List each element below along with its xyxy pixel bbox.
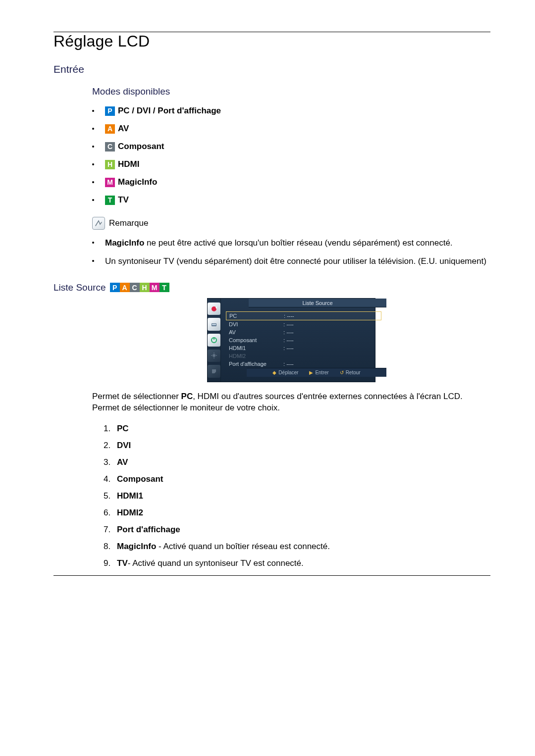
badge-c-icon: C (130, 283, 140, 292)
osd-row: Composant---- (226, 336, 381, 344)
mode-label: TV (118, 195, 129, 205)
mode-label: Composant (118, 142, 164, 151)
svg-point-6 (213, 354, 215, 357)
modes-list: P PC / DVI / Port d'affichage A AV C Com… (92, 106, 490, 205)
mode-item: P PC / DVI / Port d'affichage (92, 106, 490, 116)
modes-heading: Modes disponibles (92, 86, 490, 97)
osd-sidebar (208, 299, 221, 382)
osd-row: DVI---- (226, 320, 381, 328)
note-text: ne peut être activé que lorsqu'un boîtie… (144, 238, 452, 248)
badge-t-icon: T (105, 196, 115, 205)
badge-m-icon: M (105, 178, 115, 187)
bullet-icon (92, 110, 94, 112)
osd-row: PC---- (226, 311, 381, 320)
osd-side-icon (208, 350, 220, 362)
bullet-icon (92, 128, 94, 130)
note-strong: MagicInfo (105, 238, 144, 248)
osd-side-icon (208, 302, 220, 315)
bullet-icon (92, 242, 94, 244)
bullet-icon (92, 146, 94, 148)
osd-title: Liste Source (249, 299, 386, 307)
list-item: Composant (113, 474, 490, 484)
list-item: TV- Activé quand un syntoniseur TV est c… (113, 558, 490, 568)
mode-label: AV (118, 124, 129, 134)
osd-row: Port d'affichage---- (226, 360, 381, 368)
osd-row: AV---- (226, 328, 381, 336)
badge-t-icon: T (160, 283, 169, 292)
osd-row: HDMI2 (226, 352, 381, 360)
mode-label: PC / DVI / Port d'affichage (118, 106, 221, 116)
list-item: DVI (113, 441, 490, 451)
badge-m-icon: M (150, 283, 160, 292)
osd-row: HDMI1---- (226, 344, 381, 352)
bullet-icon (92, 181, 94, 183)
page-title: Réglage LCD (54, 32, 490, 50)
list-item: HDMI2 (113, 508, 490, 518)
liste-source-heading: Liste Source P A C H M T (54, 282, 490, 293)
badge-p-icon: P (105, 106, 115, 116)
bullet-icon (92, 199, 94, 201)
osd-side-icon (208, 334, 220, 347)
mode-label: HDMI (118, 159, 139, 169)
mode-item: H HDMI (92, 159, 490, 169)
badge-a-icon: A (120, 283, 130, 292)
badge-h-icon: H (105, 160, 115, 169)
liste-source-description: Permet de sélectionner PC, HDMI ou d'aut… (92, 391, 490, 414)
mode-item: M MagicInfo (92, 177, 490, 187)
source-enum-list: PC DVI AV Composant HDMI1 HDMI2 Port d'a… (92, 424, 490, 568)
list-item: HDMI1 (113, 491, 490, 501)
note-list: MagicInfo ne peut être activé que lorsqu… (92, 238, 490, 267)
note-item: Un syntoniseur TV (vendu séparément) doi… (92, 256, 490, 267)
list-item: MagicInfo - Activé quand un boîtier rése… (113, 542, 490, 552)
osd-screenshot: Liste Source PC---- DVI---- AV---- Compo… (207, 298, 375, 382)
badge-p-icon: P (110, 283, 120, 292)
mode-item: A AV (92, 124, 490, 134)
liste-source-label: Liste Source (54, 282, 106, 293)
note-icon (92, 217, 105, 230)
bullet-icon (92, 163, 94, 165)
section-input-heading: Entrée (54, 63, 490, 75)
badge-h-icon: H (140, 283, 150, 292)
badge-strip: P A C H M T (110, 283, 169, 292)
svg-point-0 (212, 306, 216, 311)
note-label: Remarque (109, 218, 148, 228)
svg-rect-5 (214, 338, 214, 340)
note-text: Un syntoniseur TV (vendu séparément) doi… (105, 256, 486, 267)
list-item: Port d'affichage (113, 525, 490, 535)
mode-label: MagicInfo (118, 177, 157, 187)
badge-a-icon: A (105, 124, 115, 134)
svg-rect-3 (212, 324, 216, 325)
osd-side-icon (208, 318, 220, 331)
list-item: PC (113, 424, 490, 434)
note-item: MagicInfo ne peut être activé que lorsqu… (92, 238, 490, 249)
badge-c-icon: C (105, 142, 115, 151)
mode-item: C Composant (92, 142, 490, 151)
bullet-icon (92, 260, 94, 262)
osd-footer: ◆Déplacer ▶Entrer ↺Retour (247, 368, 386, 377)
note-heading: Remarque (92, 217, 490, 230)
osd-side-icon (208, 365, 220, 378)
bottom-rule (54, 575, 490, 576)
mode-item: T TV (92, 195, 490, 205)
list-item: AV (113, 457, 490, 467)
